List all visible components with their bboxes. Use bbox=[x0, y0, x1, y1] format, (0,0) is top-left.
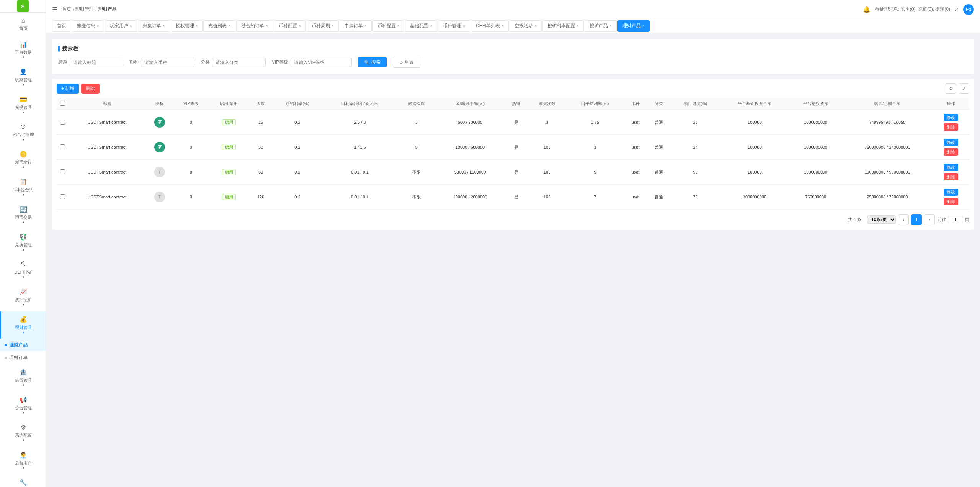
tab-miningconfig[interactable]: 挖矿利率配置 × bbox=[542, 20, 584, 32]
tab-auth[interactable]: 授权管理 × bbox=[171, 20, 203, 32]
edit-button[interactable]: 修改 bbox=[944, 189, 958, 196]
tab-coinmanage[interactable]: 币种管理 × bbox=[438, 20, 470, 32]
close-icon[interactable]: × bbox=[266, 24, 268, 28]
tab-players[interactable]: 玩家用户 × bbox=[105, 20, 137, 32]
row-status: 启用 bbox=[209, 135, 249, 160]
col-vip: VIP等级 bbox=[173, 98, 209, 110]
next-page-button[interactable]: › bbox=[924, 214, 935, 225]
tab-account[interactable]: 账变信息 × bbox=[72, 20, 104, 32]
delete-button[interactable]: 删除 bbox=[944, 173, 958, 180]
tab-applyorder[interactable]: 申购订单 × bbox=[340, 20, 372, 32]
sidebar-item-ucontract[interactable]: 📋 U本位合约 ▾ bbox=[0, 174, 46, 201]
close-icon[interactable]: × bbox=[430, 24, 432, 28]
prev-page-button[interactable]: ‹ bbox=[898, 214, 909, 225]
players-icon: 👤 bbox=[20, 68, 27, 75]
fullscreen-icon[interactable]: ⤢ bbox=[959, 83, 969, 94]
sidebar-sub-finance-product[interactable]: 理财产品 bbox=[0, 339, 46, 351]
reset-icon: ↺ bbox=[399, 60, 403, 65]
close-icon[interactable]: × bbox=[642, 24, 645, 28]
page-1-button[interactable]: 1 bbox=[911, 214, 922, 225]
sidebar-item-sysmanage[interactable]: 🔧 系统管理 ▾ bbox=[0, 474, 46, 487]
delete-button[interactable]: 删除 bbox=[944, 198, 958, 205]
delete-button[interactable]: 删除 bbox=[944, 123, 958, 131]
menu-toggle-button[interactable]: ☰ bbox=[52, 6, 57, 13]
row-checkbox[interactable] bbox=[60, 194, 65, 199]
tab-coinperiod[interactable]: 币种周期 × bbox=[307, 20, 339, 32]
tab-recharge2[interactable]: 充值列表 × bbox=[203, 20, 235, 32]
sidebar-item-exchange[interactable]: 💱 兑换管理 ▾ bbox=[0, 229, 46, 256]
sysconfig-icon: ⚙ bbox=[21, 424, 26, 431]
tab-coinconfig2[interactable]: 币种配置 × bbox=[372, 20, 405, 32]
tab-home[interactable]: 首页 bbox=[52, 20, 71, 32]
sidebar-item-loan[interactable]: 🏦 借贷管理 ▾ bbox=[0, 364, 46, 392]
chevron-down-icon: ▾ bbox=[23, 83, 24, 87]
title-input[interactable] bbox=[70, 58, 123, 67]
vip-input[interactable] bbox=[291, 58, 352, 67]
tab-financeproduct[interactable]: 理财产品 × bbox=[617, 20, 650, 32]
close-icon[interactable]: × bbox=[463, 24, 465, 28]
sidebar-item-secondcontract[interactable]: ⏱ 秒合约管理 ▾ bbox=[0, 119, 46, 146]
row-penalty: 0.2 bbox=[273, 135, 323, 160]
close-icon[interactable]: × bbox=[534, 24, 537, 28]
coin-input[interactable] bbox=[141, 58, 194, 67]
select-all-checkbox[interactable] bbox=[60, 101, 65, 106]
tab-secondcontract2[interactable]: 秒合约订单 × bbox=[236, 20, 273, 32]
sidebar-item-players[interactable]: 👤 玩家管理 ▾ bbox=[0, 64, 46, 91]
tab-coinconfig[interactable]: 币种配置 × bbox=[274, 20, 306, 32]
sidebar-item-recharge[interactable]: 💳 充提管理 ▾ bbox=[0, 91, 46, 119]
goto-input[interactable] bbox=[948, 216, 963, 223]
row-checkbox[interactable] bbox=[60, 144, 65, 149]
add-button[interactable]: + 新增 bbox=[57, 84, 79, 94]
batch-delete-button[interactable]: 删除 bbox=[81, 84, 100, 94]
row-icon: ₮ bbox=[146, 135, 173, 160]
breadcrumb-home[interactable]: 首页 bbox=[62, 6, 71, 13]
tab-miningproduct[interactable]: 挖矿产品 × bbox=[585, 20, 617, 32]
sidebar-item-defimining[interactable]: ⛏ DEFI挖矿 ▾ bbox=[0, 256, 46, 284]
close-icon[interactable]: × bbox=[332, 24, 334, 28]
close-icon[interactable]: × bbox=[397, 24, 400, 28]
expand-icon[interactable]: ⤢ bbox=[955, 7, 959, 12]
tab-orders[interactable]: 归集订单 × bbox=[138, 20, 170, 32]
sidebar-item-finance[interactable]: 💰 理财管理 ▴ bbox=[0, 311, 46, 339]
search-button[interactable]: 🔍 搜索 bbox=[358, 57, 387, 67]
page-size-select[interactable]: 10条/页 20条/页 50条/页 bbox=[867, 215, 896, 224]
close-icon[interactable]: × bbox=[299, 24, 301, 28]
sidebar-sub-finance-order[interactable]: 理财订单 bbox=[0, 351, 46, 364]
sidebar-item-platform[interactable]: 📊 平台数据 ▾ bbox=[0, 36, 46, 64]
row-vip: 0 bbox=[173, 110, 209, 135]
sidebar-item-admin[interactable]: 👨‍💼 后台用户 ▾ bbox=[0, 447, 46, 474]
sidebar-item-newcoin[interactable]: 🪙 新币发行 ▾ bbox=[0, 146, 46, 174]
row-checkbox[interactable] bbox=[60, 169, 65, 174]
row-category: 普通 bbox=[647, 110, 670, 135]
tab-defilist[interactable]: DEFI单列表 × bbox=[471, 20, 509, 32]
close-icon[interactable]: × bbox=[196, 24, 198, 28]
tab-aiinvest[interactable]: 空投活动 × bbox=[510, 20, 542, 32]
tab-basicconfig[interactable]: 基础配置 × bbox=[405, 20, 437, 32]
close-icon[interactable]: × bbox=[163, 24, 165, 28]
close-icon[interactable]: × bbox=[228, 24, 230, 28]
close-icon[interactable]: × bbox=[97, 24, 99, 28]
sidebar-item-cointrade[interactable]: 🔄 币币交易 ▾ bbox=[0, 201, 46, 229]
settings-icon[interactable]: ⚙ bbox=[946, 83, 956, 94]
row-checkbox[interactable] bbox=[60, 120, 65, 125]
delete-button[interactable]: 删除 bbox=[944, 148, 958, 156]
close-icon[interactable]: × bbox=[130, 24, 132, 28]
close-icon[interactable]: × bbox=[577, 24, 579, 28]
row-icon: ₮ bbox=[146, 110, 173, 135]
edit-button[interactable]: 修改 bbox=[944, 114, 958, 121]
row-daily-rate: 2.5 / 3 bbox=[322, 110, 397, 135]
sidebar-item-posmining[interactable]: 📈 质押挖矿 ▾ bbox=[0, 284, 46, 311]
breadcrumb-finance[interactable]: 理财管理 bbox=[75, 6, 94, 13]
notification-bell[interactable]: 🔔 bbox=[863, 6, 871, 13]
sidebar-item-home[interactable]: ⌂ 首页 bbox=[0, 13, 46, 36]
category-input[interactable] bbox=[212, 58, 266, 67]
close-icon[interactable]: × bbox=[501, 24, 504, 28]
edit-button[interactable]: 修改 bbox=[944, 139, 958, 146]
user-avatar[interactable]: Ea bbox=[963, 4, 974, 15]
reset-button[interactable]: ↺ 重置 bbox=[393, 57, 420, 68]
sidebar-item-sysconfig[interactable]: ⚙ 系统配置 ▾ bbox=[0, 419, 46, 447]
edit-button[interactable]: 修改 bbox=[944, 164, 958, 171]
close-icon[interactable]: × bbox=[364, 24, 367, 28]
close-icon[interactable]: × bbox=[609, 24, 612, 28]
sidebar-item-announce[interactable]: 📢 公告管理 ▾ bbox=[0, 392, 46, 419]
